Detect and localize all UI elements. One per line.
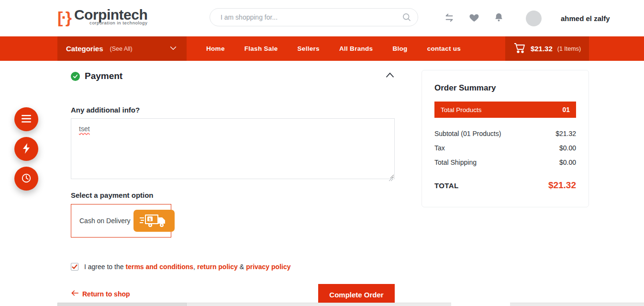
subtotal-label: Subtotal (01 Products) xyxy=(434,130,501,137)
cash-on-delivery-label: Cash on Delivery xyxy=(79,217,131,225)
agree-checkbox[interactable] xyxy=(71,263,78,271)
wishlist-heart-icon[interactable] xyxy=(469,12,479,25)
summary-row-subtotal: Subtotal (01 Products) $21.32 xyxy=(434,126,576,141)
payment-header: Payment xyxy=(71,71,395,81)
floating-buttons xyxy=(14,107,38,191)
payment-footer: Return to shop Complete Order xyxy=(71,284,395,305)
logo-tagline: corporation in technology xyxy=(89,20,147,25)
shipping-value: $0.00 xyxy=(559,159,576,166)
logo-bracket-icon: [·} xyxy=(57,7,70,28)
svg-text:$: $ xyxy=(149,217,151,222)
user-avatar[interactable] xyxy=(526,11,542,26)
return-to-shop-label: Return to shop xyxy=(82,290,130,298)
summary-row-tax: Tax $0.00 xyxy=(434,141,576,155)
order-summary-title: Order Summary xyxy=(434,83,576,93)
nav-item-sellers[interactable]: Sellers xyxy=(298,45,320,52)
search-icon[interactable] xyxy=(402,12,411,24)
subtotal-value: $21.32 xyxy=(555,130,576,137)
return-policy-link[interactable]: return policy xyxy=(197,263,238,271)
main-navbar: Categories (See All) Home Flash Sale Sel… xyxy=(0,36,644,61)
cart-items-count: (1 Items) xyxy=(557,45,581,52)
checkout-page: [·} Corpintech corporation in technology xyxy=(0,0,644,306)
comma-text: , xyxy=(193,263,195,271)
payment-section-title: Payment xyxy=(85,71,122,81)
complete-order-button[interactable]: Complete Order xyxy=(318,284,395,305)
chevron-up-icon[interactable] xyxy=(385,72,395,80)
lightning-bolt-icon xyxy=(22,143,31,155)
payment-option-label: Select a payment option xyxy=(71,191,154,199)
order-summary-card: Order Summary Total Products 01 Subtotal… xyxy=(422,70,589,207)
search-bar xyxy=(210,8,418,26)
tax-label: Tax xyxy=(434,144,445,152)
summary-row-shipping: Total Shipping $0.00 xyxy=(434,155,576,170)
cart-button[interactable]: $21.32 (1 Items) xyxy=(505,36,589,61)
chevron-down-icon xyxy=(168,43,178,55)
cart-amount: $21.32 xyxy=(531,45,553,53)
categories-label: Categories xyxy=(66,45,103,53)
total-products-value: 01 xyxy=(562,106,570,113)
search-input[interactable] xyxy=(210,8,418,26)
categories-dropdown[interactable]: Categories (See All) xyxy=(57,36,187,61)
footer-edge-center xyxy=(187,303,451,306)
top-header: [·} Corpintech corporation in technology xyxy=(0,0,644,36)
flash-sale-fab-button[interactable] xyxy=(14,137,38,161)
total-value: $21.32 xyxy=(548,180,576,191)
total-label: TOTAL xyxy=(434,181,459,190)
ampersand-text: & xyxy=(240,263,244,271)
nav-links: Home Flash Sale Sellers All Brands Blog … xyxy=(206,36,461,61)
footer-edge-right xyxy=(510,303,644,306)
summary-rows: Subtotal (01 Products) $21.32 Tax $0.00 … xyxy=(434,126,576,170)
see-all-label: (See All) xyxy=(110,45,133,52)
additional-info-label: Any additional info? xyxy=(71,106,140,114)
history-fab-button[interactable] xyxy=(14,167,38,191)
compare-icon[interactable] xyxy=(444,12,455,25)
arrow-left-icon xyxy=(71,290,78,298)
nav-item-contact-us[interactable]: contact us xyxy=(427,45,461,52)
terms-agreement-row: I agree to the terms and conditions, ret… xyxy=(71,263,291,271)
shipping-label: Total Shipping xyxy=(434,159,477,166)
privacy-policy-link[interactable]: privacy policy xyxy=(246,263,290,271)
cart-icon xyxy=(513,42,526,56)
additional-info-textarea[interactable]: tset xyxy=(71,118,395,179)
step-complete-check-icon xyxy=(71,72,80,81)
nav-item-flash-sale[interactable]: Flash Sale xyxy=(244,45,278,52)
cash-on-delivery-option[interactable]: Cash on Delivery $ xyxy=(71,204,171,238)
menu-fab-button[interactable] xyxy=(14,107,38,131)
return-to-shop-link[interactable]: Return to shop xyxy=(71,290,130,298)
total-products-bar: Total Products 01 xyxy=(434,102,576,118)
site-logo[interactable]: [·} Corpintech corporation in technology xyxy=(57,7,147,28)
agree-prefix-text: I agree to the xyxy=(84,263,124,271)
nav-item-home[interactable]: Home xyxy=(206,45,225,52)
tax-value: $0.00 xyxy=(559,144,576,152)
notifications-bell-icon[interactable] xyxy=(494,12,504,24)
additional-info-value: tset xyxy=(79,125,90,133)
total-products-label: Total Products xyxy=(441,106,482,113)
nav-item-all-brands[interactable]: All Brands xyxy=(339,45,373,52)
user-name[interactable]: ahmed el zalfy xyxy=(561,14,610,23)
summary-total-row: TOTAL $21.32 xyxy=(434,180,576,191)
footer-edge-left xyxy=(57,303,187,306)
nav-item-blog[interactable]: Blog xyxy=(392,45,407,52)
hamburger-icon xyxy=(22,115,31,124)
clock-icon xyxy=(21,173,32,185)
delivery-truck-icon: $ xyxy=(133,210,175,232)
header-icons: ahmed el zalfy xyxy=(444,11,610,26)
terms-and-conditions-link[interactable]: terms and conditions xyxy=(126,263,194,271)
